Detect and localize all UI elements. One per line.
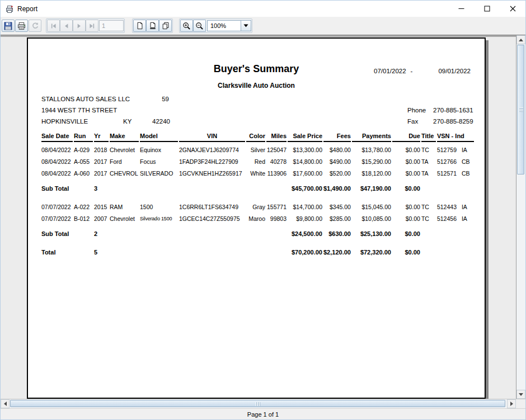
header-vsn-ind: VSN - Ind	[437, 133, 474, 142]
chevron-down-icon	[243, 24, 248, 27]
previous-page-button[interactable]	[60, 20, 73, 32]
table-cell: $15,290.00	[352, 156, 391, 168]
table-cell: B-012	[74, 213, 93, 225]
summary-due: $0.00	[392, 228, 420, 240]
zoom-level-value: 100%	[207, 20, 241, 31]
zoom-dropdown-button[interactable]	[241, 20, 251, 31]
summary-fees: $1,490.00	[323, 183, 351, 195]
table-cell: 07/07/2022	[41, 201, 73, 213]
maximize-button[interactable]	[474, 1, 500, 17]
scroll-right-button[interactable]	[507, 399, 516, 408]
fit-page-view-button[interactable]	[146, 20, 159, 32]
page-layout-group	[132, 18, 173, 33]
zoom-out-button[interactable]	[193, 20, 206, 32]
page-number-input[interactable]	[99, 20, 124, 31]
table-cell: Chevrolet	[110, 142, 139, 156]
vertical-scrollbar[interactable]	[516, 35, 525, 399]
scroll-left-button[interactable]	[1, 399, 10, 408]
table-cell: 08/04/2022	[41, 142, 73, 156]
table-cell: 08/04/2022	[41, 168, 73, 180]
header-miles: Miles	[266, 133, 287, 142]
table-cell: 113906	[266, 168, 287, 180]
table-row: 07/07/2022A-0222015RAM15001C6RR6LT1FS634…	[41, 201, 474, 213]
minimize-icon	[458, 6, 464, 12]
window-title: Report	[17, 5, 37, 13]
zoom-out-icon	[195, 22, 204, 30]
table-cell: Ford	[110, 156, 139, 168]
table-cell: 2017	[94, 156, 109, 168]
thumb-grip	[256, 402, 260, 406]
table-cell: 512571	[437, 168, 461, 180]
multi-page-view-button[interactable]	[159, 20, 172, 32]
table-cell: 512443	[437, 201, 461, 213]
single-page-view-button[interactable]	[133, 20, 146, 32]
buyer-info: STALLONS AUTO SALES LLC 59 1944 WEST 7TH…	[41, 93, 170, 127]
table-cell: 2015	[94, 201, 109, 213]
arrow-up-icon	[519, 39, 523, 41]
summary-label: Sub Total	[41, 228, 93, 240]
horizontal-scroll-thumb[interactable]	[10, 400, 505, 407]
table-cell: 155771	[266, 201, 287, 213]
table-cell: White	[246, 168, 265, 180]
horizontal-scroll-track[interactable]	[10, 399, 507, 408]
table-cell: $10,085.00	[352, 213, 391, 225]
table-cell: TC	[421, 201, 436, 213]
minimize-button[interactable]	[448, 1, 474, 17]
table-cell: $480.00	[323, 142, 351, 156]
scroll-up-button[interactable]	[516, 35, 525, 44]
phone-value: 270-885-1631	[433, 105, 473, 116]
arrow-down-icon	[519, 393, 523, 396]
table-cell: 1500	[140, 201, 178, 213]
vertical-scroll-thumb[interactable]	[517, 45, 524, 174]
maximize-icon	[484, 6, 490, 12]
arrow-right-icon	[510, 402, 513, 406]
vertical-scroll-track[interactable]	[516, 44, 525, 390]
report-icon	[5, 4, 14, 13]
table-cell: 125047	[266, 142, 287, 156]
summary-due: $0.00	[392, 247, 420, 258]
report-subtitle: Clarksville Auto Auction	[28, 82, 485, 89]
table-cell: 1GCEC14C27Z550975	[179, 213, 245, 225]
save-button[interactable]	[2, 20, 15, 32]
zoom-in-button[interactable]	[180, 20, 193, 32]
next-page-button[interactable]	[73, 20, 86, 32]
page-navigation-group	[46, 18, 125, 33]
first-page-button[interactable]	[47, 20, 60, 32]
table-cell: 512456	[437, 213, 461, 225]
table-cell: $0.00	[392, 142, 420, 156]
table-cell: A-029	[74, 142, 93, 156]
table-cell: $0.00	[392, 201, 420, 213]
report-table: Sale Date Run Yr Make Model VIN Color Mi…	[40, 133, 475, 258]
table-cell: RAM	[110, 201, 139, 213]
zoom-combobox[interactable]: 100%	[207, 20, 251, 31]
previous-page-icon	[63, 22, 70, 30]
buyer-name: STALLONS AUTO SALES LLC	[41, 93, 142, 105]
refresh-icon	[31, 22, 39, 30]
table-cell: 2018	[94, 142, 109, 156]
summary-payments: $47,190.00	[352, 183, 391, 195]
close-button[interactable]	[500, 1, 525, 17]
table-cell: Focus	[140, 156, 178, 168]
table-cell: 512759	[437, 142, 461, 156]
last-page-button[interactable]	[86, 20, 98, 32]
buyer-city: HOPKINSVILLE	[41, 116, 123, 127]
table-cell: 2017	[94, 168, 109, 180]
table-cell: $17,600.00	[288, 168, 322, 180]
summary-count: 2	[94, 228, 109, 240]
table-cell: Silverado 1500	[140, 213, 178, 225]
scroll-down-button[interactable]	[516, 390, 525, 399]
date-range: 07/01/2022-09/01/2022	[374, 68, 471, 74]
print-button[interactable]	[15, 20, 28, 32]
buyer-address: 1944 WEST 7TH STREET	[41, 105, 117, 116]
horizontal-scrollbar[interactable]	[1, 399, 516, 408]
table-cell: $0.00	[392, 156, 420, 168]
statusbar: Page 1 of 1	[1, 408, 525, 419]
table-row: 08/04/2022A-0552017FordFocus1FADP3F24HL2…	[41, 156, 474, 168]
fax-value: 270-885-8259	[433, 116, 473, 127]
summary-count: 3	[94, 183, 109, 195]
table-cell: $345.00	[323, 201, 351, 213]
refresh-button[interactable]	[29, 20, 41, 32]
zoom-in-icon	[182, 22, 191, 30]
fit-page-icon	[149, 22, 157, 30]
multi-page-icon	[162, 22, 170, 30]
